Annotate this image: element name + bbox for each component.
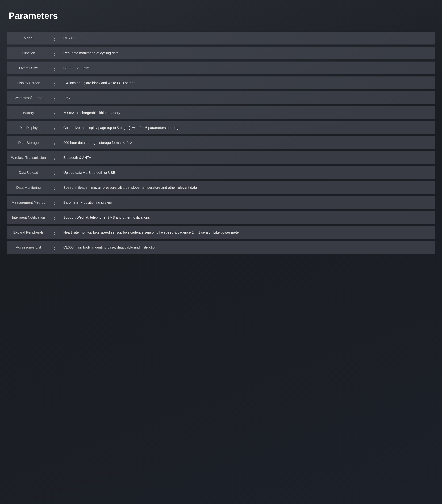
- param-colon: [50, 47, 59, 59]
- param-label: Display Screen: [7, 76, 50, 89]
- table-row: Intelligent NotificationSupport Wechat, …: [7, 211, 435, 224]
- param-colon: [50, 121, 59, 134]
- param-colon: [50, 106, 59, 119]
- table-row: Battery700mAh rechargeable lithium batte…: [7, 106, 435, 119]
- table-row: Expand PeripheralsHeart rate monitor, bi…: [7, 226, 435, 239]
- param-label: Overall Size: [7, 62, 50, 74]
- param-colon: [50, 211, 59, 224]
- param-colon: [50, 76, 59, 89]
- param-colon: [50, 91, 59, 104]
- param-colon: [50, 241, 59, 254]
- param-colon: [50, 181, 59, 194]
- param-colon: [50, 226, 59, 239]
- page-title: Parameters: [7, 10, 435, 21]
- param-value: Customize the display page (up to 5 page…: [59, 121, 435, 134]
- table-row: Overall Size53*89.2*20.6mm: [7, 62, 435, 74]
- param-value: 53*89.2*20.6mm: [59, 62, 435, 74]
- param-label: Data Monitoring: [7, 181, 50, 194]
- param-label: Wireless Transmission: [7, 151, 50, 164]
- table-row: Waterproof GradeIP67: [7, 91, 435, 104]
- table-row: Accessories ListCL600 main body, mountin…: [7, 241, 435, 254]
- param-colon: [50, 62, 59, 74]
- param-label: Accessories List: [7, 241, 50, 254]
- param-value: 2.4-inch anti-glare black and white LCD …: [59, 76, 435, 89]
- param-value: Heart rate monitor, bike speed sensor, b…: [59, 226, 435, 239]
- table-row: ModelCL600: [7, 32, 435, 44]
- table-row: Display Screen2.4-inch anti-glare black …: [7, 76, 435, 89]
- param-label: Function: [7, 47, 50, 59]
- param-value: 700mAh rechargeable lithium battery: [59, 106, 435, 119]
- param-value: Bluetooth & ANT+: [59, 151, 435, 164]
- param-label: Data Storage: [7, 136, 50, 149]
- param-value: Speed, mileage, time, air pressure, alti…: [59, 181, 435, 194]
- param-colon: [50, 166, 59, 179]
- param-colon: [50, 196, 59, 209]
- table-row: Data UploadUpload data via Bluetooth or …: [7, 166, 435, 179]
- param-value: 200 hour data storage, storage format < …: [59, 136, 435, 149]
- table-row: FunctionReal-time monitoring of cycling …: [7, 47, 435, 59]
- param-value: CL600 main body, mounting base, data cab…: [59, 241, 435, 254]
- param-label: Waterproof Grade: [7, 91, 50, 104]
- param-label: Dial Display: [7, 121, 50, 134]
- param-label: Intelligent Notification: [7, 211, 50, 224]
- table-row: Data Storage200 hour data storage, stora…: [7, 136, 435, 149]
- param-colon: [50, 136, 59, 149]
- table-row: Measurement MethodBarometer + positionin…: [7, 196, 435, 209]
- param-label: Battery: [7, 106, 50, 119]
- param-label: Expand Peripherals: [7, 226, 50, 239]
- table-row: Data MonitoringSpeed, mileage, time, air…: [7, 181, 435, 194]
- param-value: Support Wechat, telephone, SMS and other…: [59, 211, 435, 224]
- param-label: Data Upload: [7, 166, 50, 179]
- param-value: IP67: [59, 91, 435, 104]
- param-value: Real-time monitoring of cycling data: [59, 47, 435, 59]
- param-colon: [50, 32, 59, 44]
- param-value: Barometer + positioning system: [59, 196, 435, 209]
- param-label: Measurement Method: [7, 196, 50, 209]
- table-row: Wireless TransmissionBluetooth & ANT+: [7, 151, 435, 164]
- param-label: Model: [7, 32, 50, 44]
- parameters-table: ModelCL600FunctionReal-time monitoring o…: [7, 30, 435, 256]
- table-row: Dial DisplayCustomize the display page (…: [7, 121, 435, 134]
- param-value: Upload data via Bluetooth or USB: [59, 166, 435, 179]
- param-value: CL600: [59, 32, 435, 44]
- param-colon: [50, 151, 59, 164]
